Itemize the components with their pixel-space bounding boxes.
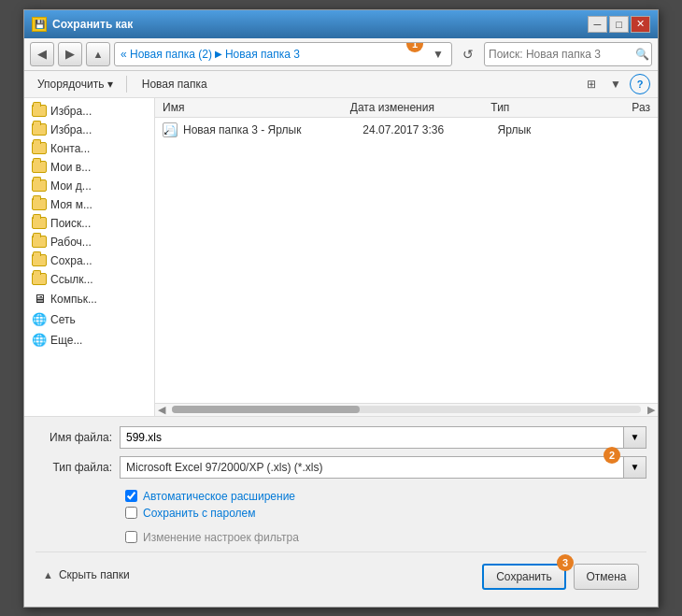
sidebar-item-0[interactable]: Избра...	[24, 102, 154, 121]
breadcrumb: « Новая папка (2) ▶ Новая папка 3	[121, 48, 431, 61]
cancel-button[interactable]: Отмена	[574, 564, 639, 590]
view-options: ⊞ ▼ ?	[581, 74, 650, 94]
table-row[interactable]: 📄 ↙ Новая папка 3 - Ярлык 24.07.2017 3:3…	[155, 118, 658, 142]
sidebar-label-7: Рабоч...	[50, 236, 92, 249]
sidebar-label-3: Мои в...	[50, 161, 91, 174]
sidebar-item-computer[interactable]: 🖥 Компьк...	[24, 289, 154, 309]
sidebar-item-network2[interactable]: 🌐 Еще...	[24, 330, 154, 351]
sidebar-label-4: Мои д...	[50, 179, 92, 193]
sidebar-item-5[interactable]: Моя м...	[24, 195, 154, 214]
search-icon[interactable]: 🔍	[632, 43, 651, 65]
sidebar-label-computer: Компьк...	[50, 293, 97, 306]
sidebar-label-0: Избра...	[50, 105, 92, 118]
hide-folders-button[interactable]: ▲ Скрыть папки	[43, 565, 130, 585]
address-toolbar: ◀ ▶ ▲ « Новая папка (2) ▶ Новая папка 3 …	[24, 38, 658, 71]
badge-2: 2	[604, 447, 620, 464]
file-date: 24.07.2017 3:36	[362, 123, 497, 136]
horizontal-scrollbar[interactable]: ◀ ▶	[155, 403, 658, 416]
breadcrumb-part2[interactable]: Новая папка 3	[225, 48, 300, 61]
refresh-button[interactable]: ↺	[456, 42, 480, 66]
hide-folders-label: Скрыть папки	[59, 568, 130, 581]
filetype-label: Тип файла:	[36, 461, 120, 474]
save-button[interactable]: Сохранить	[482, 564, 566, 590]
sidebar-label-5: Моя м...	[50, 198, 92, 211]
filetype-row: Тип файла: ▼ 2	[36, 456, 646, 479]
col-header-name[interactable]: Имя	[163, 101, 350, 114]
search-input[interactable]	[485, 48, 632, 61]
breadcrumb-dropdown-arrow[interactable]: ▼	[431, 42, 446, 66]
search-bar[interactable]: 🔍	[484, 42, 652, 66]
network-icon: 🌐	[32, 312, 47, 327]
filename-dropdown-arrow[interactable]: ▼	[624, 426, 646, 449]
filename-input[interactable]	[120, 426, 624, 449]
filter-settings-checkbox[interactable]	[125, 531, 137, 543]
hide-folders-icon: ▲	[43, 569, 53, 580]
sidebar-label-network2: Еще...	[50, 334, 82, 347]
view-details-icon[interactable]: ⊞	[581, 74, 602, 94]
sidebar-item-3[interactable]: Мои в...	[24, 158, 154, 177]
folder-icon	[32, 105, 47, 117]
save-password-row: Сохранить с паролем	[125, 507, 646, 520]
file-name: Новая папка 3 - Ярлык	[183, 123, 362, 136]
shortcut-icon: 📄 ↙	[163, 122, 178, 137]
folder-icon	[32, 198, 47, 210]
col-header-size[interactable]: Раз	[585, 101, 650, 114]
save-dialog: 💾 Сохранить как ─ □ ✕ ◀ ▶ ▲ « Новая папк…	[23, 9, 659, 608]
maximize-button[interactable]: □	[609, 16, 629, 33]
shortcut-arrow-icon: ↙	[163, 128, 170, 136]
sidebar-item-1[interactable]: Избра...	[24, 121, 154, 139]
save-password-label: Сохранить с паролем	[143, 507, 255, 520]
sidebar-item-network[interactable]: 🌐 Сеть	[24, 309, 154, 330]
action-bar: Упорядочить ▾ Новая папка ⊞ ▼ ?	[24, 71, 658, 98]
options-section: Автоматическое расширение Сохранить с па…	[36, 486, 646, 552]
sidebar-item-9[interactable]: Ссылк...	[24, 270, 154, 289]
scroll-right-icon[interactable]: ▶	[645, 404, 658, 416]
main-content: Избра... Избра... Конта... Мои в... Мои …	[24, 98, 658, 416]
file-list-header: Имя Дата изменения Тип Раз	[155, 98, 658, 118]
sidebar-item-7[interactable]: Рабоч...	[24, 233, 154, 251]
file-type: Ярлык	[498, 123, 588, 136]
scrollbar-thumb[interactable]	[172, 406, 360, 413]
sidebar-label-1: Избра...	[50, 123, 92, 136]
sidebar-item-4[interactable]: Мои д...	[24, 177, 154, 195]
back-button[interactable]: ◀	[30, 42, 54, 66]
sidebar-label-2: Конта...	[50, 142, 90, 155]
badge-3: 3	[557, 554, 574, 571]
breadcrumb-separator: ▶	[215, 49, 222, 59]
col-header-date[interactable]: Дата изменения	[350, 101, 491, 114]
minimize-button[interactable]: ─	[588, 16, 607, 33]
sidebar-item-2[interactable]: Конта...	[24, 139, 154, 158]
auto-extension-checkbox[interactable]	[125, 490, 137, 502]
filter-settings-label: Изменение настроек фильтра	[143, 531, 299, 544]
forward-button[interactable]: ▶	[58, 42, 82, 66]
bottom-form: Имя файла: ▼ Тип файла: ▼ 2 Автоматическ…	[24, 416, 658, 607]
network2-icon: 🌐	[32, 333, 47, 348]
auto-extension-row: Автоматическое расширение	[125, 490, 646, 503]
up-button[interactable]: ▲	[86, 42, 110, 66]
help-button[interactable]: ?	[630, 74, 650, 94]
view-list-icon[interactable]: ▼	[605, 74, 626, 94]
close-button[interactable]: ✕	[631, 16, 650, 33]
sidebar: Избра... Избра... Конта... Мои в... Мои …	[24, 98, 155, 416]
new-folder-button[interactable]: Новая папка	[135, 76, 215, 93]
sidebar-item-6[interactable]: Поиск...	[24, 214, 154, 233]
folder-icon	[32, 179, 47, 192]
filetype-input[interactable]	[120, 456, 624, 479]
save-button-wrapper: Сохранить 3	[482, 564, 566, 590]
sidebar-label-network: Сеть	[50, 313, 76, 326]
scroll-left-icon[interactable]: ◀	[155, 404, 168, 416]
organize-button[interactable]: Упорядочить ▾	[32, 76, 119, 93]
breadcrumb-bar[interactable]: « Новая папка (2) ▶ Новая папка 3 ▼ 1	[114, 42, 452, 66]
scrollbar-track[interactable]	[172, 406, 641, 413]
folder-icon	[32, 217, 47, 229]
filetype-dropdown-arrow[interactable]: ▼	[624, 456, 646, 479]
computer-icon: 🖥	[32, 292, 47, 307]
breadcrumb-part1[interactable]: « Новая папка (2)	[121, 48, 212, 61]
filter-settings-row: Изменение настроек фильтра	[125, 531, 646, 544]
col-header-type[interactable]: Тип	[490, 101, 584, 114]
sidebar-label-8: Сохра...	[50, 254, 92, 267]
save-password-checkbox[interactable]	[125, 507, 137, 519]
window-controls: ─ □ ✕	[588, 16, 650, 33]
sidebar-item-8[interactable]: Сохра...	[24, 251, 154, 270]
dialog-title: Сохранить как	[52, 18, 133, 31]
